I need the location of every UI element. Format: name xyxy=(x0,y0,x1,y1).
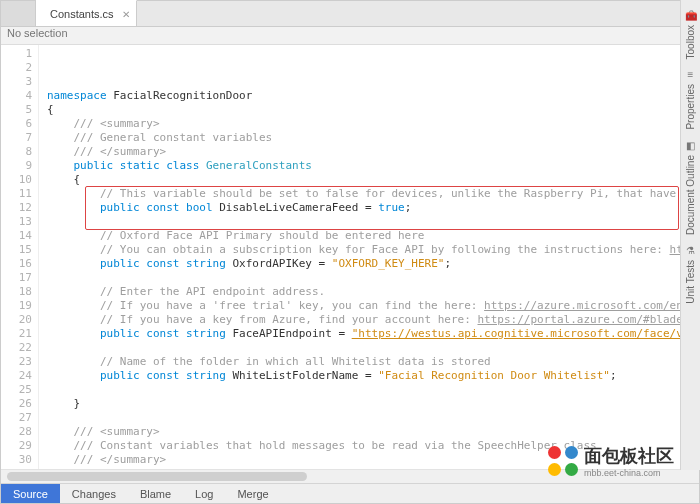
line-number: 14 xyxy=(1,229,32,243)
code-line: } xyxy=(47,397,699,411)
code-line: // Oxford Face API Primary should be ent… xyxy=(47,229,699,243)
file-tab[interactable]: Constants.cs ✕ xyxy=(36,0,137,26)
line-number: 9 xyxy=(1,159,32,173)
line-number: 16 xyxy=(1,257,32,271)
rail-item-unit-tests[interactable]: ⚗Unit Tests xyxy=(684,243,698,304)
code-line xyxy=(47,411,699,425)
line-number: 29 xyxy=(1,439,32,453)
line-number: 2 xyxy=(1,61,32,75)
line-number: 28 xyxy=(1,425,32,439)
line-number: 23 xyxy=(1,355,32,369)
tab-bar-leading xyxy=(1,1,36,26)
code-line: // This variable should be set to false … xyxy=(47,187,699,201)
bottom-tab-log[interactable]: Log xyxy=(183,484,225,503)
code-line: { xyxy=(47,173,699,187)
rail-label: Toolbox xyxy=(685,25,696,59)
code-line xyxy=(47,383,699,397)
bottom-tab-source[interactable]: Source xyxy=(1,484,60,503)
code-line: { xyxy=(47,103,699,117)
line-number: 1 xyxy=(1,47,32,61)
ide-window: Constants.cs ✕ No selection 123456789101… xyxy=(0,0,700,504)
line-number: 8 xyxy=(1,145,32,159)
code-line: // If you have a 'free trial' key, you c… xyxy=(47,299,699,313)
line-number: 11 xyxy=(1,187,32,201)
code-line: namespace FacialRecognitionDoor xyxy=(47,89,699,103)
rail-label: Properties xyxy=(685,84,696,130)
rail-item-document-outline[interactable]: ◧Document Outline xyxy=(684,138,698,235)
unit-tests-icon: ⚗ xyxy=(684,243,698,257)
editor: 1234567891011121314151617181920212223242… xyxy=(1,45,699,469)
line-number: 5 xyxy=(1,103,32,117)
line-number: 22 xyxy=(1,341,32,355)
line-number: 3 xyxy=(1,75,32,89)
close-icon[interactable]: ✕ xyxy=(122,8,130,19)
line-number: 17 xyxy=(1,271,32,285)
code-line: /// </summary> xyxy=(47,145,699,159)
code-line: public const string FaceAPIEndpoint = "h… xyxy=(47,327,699,341)
line-number: 24 xyxy=(1,369,32,383)
code-line: public const string OxfordAPIKey = "OXFO… xyxy=(47,257,699,271)
code-line: // If you have a key from Azure, find yo… xyxy=(47,313,699,327)
line-number: 25 xyxy=(1,383,32,397)
rail-item-toolbox[interactable]: 🧰Toolbox xyxy=(684,8,698,59)
scrollbar-horizontal[interactable] xyxy=(1,469,699,483)
code-line: /// General constant variables xyxy=(47,131,699,145)
code-line: // Enter the API endpoint address. xyxy=(47,285,699,299)
line-number: 26 xyxy=(1,397,32,411)
code-line: public static class GeneralConstants xyxy=(47,159,699,173)
line-number: 15 xyxy=(1,243,32,257)
line-number: 6 xyxy=(1,117,32,131)
toolbox-icon: 🧰 xyxy=(684,8,698,22)
properties-icon: ≡ xyxy=(684,67,698,81)
code-line xyxy=(47,341,699,355)
scrollbar-thumb[interactable] xyxy=(7,472,307,481)
line-number: 4 xyxy=(1,89,32,103)
line-number: 12 xyxy=(1,201,32,215)
code-line xyxy=(47,215,699,229)
line-number: 20 xyxy=(1,313,32,327)
rail-label: Document Outline xyxy=(685,155,696,235)
line-number: 7 xyxy=(1,131,32,145)
line-number: 10 xyxy=(1,173,32,187)
code-line: public const bool DisableLiveCameraFeed … xyxy=(47,201,699,215)
rail-label: Unit Tests xyxy=(685,260,696,304)
tool-rail: 🧰Toolbox≡Properties◧Document Outline⚗Uni… xyxy=(680,0,700,470)
line-number-gutter: 1234567891011121314151617181920212223242… xyxy=(1,45,39,469)
line-number: 21 xyxy=(1,327,32,341)
code-line: /// <summary> xyxy=(47,117,699,131)
line-number: 30 xyxy=(1,453,32,467)
code-line: /// <summary> xyxy=(47,425,699,439)
code-line: // You can obtain a subscription key for… xyxy=(47,243,699,257)
code-line: // Name of the folder in which all White… xyxy=(47,355,699,369)
bottom-tabs: SourceChangesBlameLogMerge xyxy=(1,483,699,503)
document-outline-icon: ◧ xyxy=(684,138,698,152)
code-line: public const string WhiteListFolderName … xyxy=(47,369,699,383)
line-number: 13 xyxy=(1,215,32,229)
code-line xyxy=(47,271,699,285)
rail-item-properties[interactable]: ≡Properties xyxy=(684,67,698,130)
line-number: 27 xyxy=(1,411,32,425)
file-tab-title: Constants.cs xyxy=(50,8,114,20)
breadcrumb[interactable]: No selection xyxy=(1,27,699,45)
bottom-tab-merge[interactable]: Merge xyxy=(225,484,280,503)
bottom-tab-blame[interactable]: Blame xyxy=(128,484,183,503)
code-line: /// </summary> xyxy=(47,453,699,467)
code-line: /// Constant variables that hold message… xyxy=(47,439,699,453)
bottom-tab-changes[interactable]: Changes xyxy=(60,484,128,503)
tab-bar: Constants.cs ✕ xyxy=(1,1,699,27)
line-number: 19 xyxy=(1,299,32,313)
code-area[interactable]: namespace FacialRecognitionDoor{ /// <su… xyxy=(39,45,699,469)
line-number: 18 xyxy=(1,285,32,299)
